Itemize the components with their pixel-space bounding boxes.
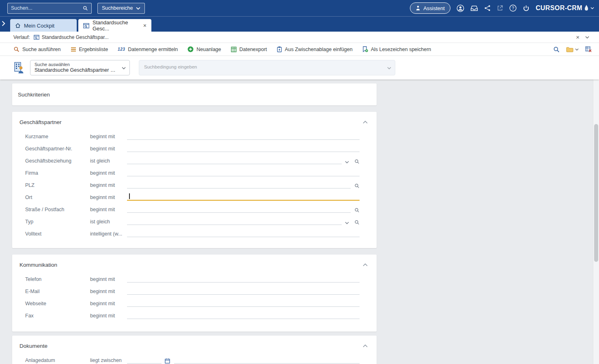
assistant-button[interactable]: Assistent	[410, 2, 450, 14]
criteria-rows: Kurzname beginnt mit Geschäftspartner-Nr…	[12, 130, 377, 240]
value-input[interactable]	[127, 275, 360, 285]
field-label: Webseite	[25, 301, 90, 309]
chevron-down-icon[interactable]	[345, 161, 349, 163]
value-input[interactable]	[127, 181, 360, 191]
plus-circle-icon	[187, 46, 194, 52]
section-header: Kommunikation	[12, 255, 377, 268]
tab-standardsuche[interactable]: Standardsuche Gesc... ×	[78, 19, 151, 32]
value-input[interactable]	[127, 205, 360, 215]
value-input[interactable]	[127, 311, 360, 321]
close-icon[interactable]: ×	[143, 23, 147, 28]
chevron-down-icon[interactable]	[387, 67, 391, 69]
section-geschaeftspartner: Geschäftspartner Kurzname beginnt mit Ge…	[12, 112, 377, 248]
operator-label[interactable]: ist gleich	[90, 219, 127, 227]
close-icon[interactable]: ×	[576, 34, 580, 41]
global-search-input[interactable]: Suchen...	[7, 3, 92, 14]
power-icon[interactable]	[523, 5, 530, 12]
value-input[interactable]	[127, 132, 360, 142]
operator-label[interactable]: beginnt mit	[90, 301, 127, 309]
calendar-icon[interactable]	[165, 358, 170, 364]
operator-label[interactable]: beginnt mit	[90, 146, 127, 154]
window-search-icon	[34, 35, 39, 40]
search-condition-input[interactable]: Suchbedingung eingeben	[139, 60, 395, 75]
chevron-up-icon[interactable]	[363, 345, 368, 347]
criteria-header-panel: Suchkriterien	[12, 84, 377, 105]
value-input[interactable]	[127, 356, 360, 364]
value-input[interactable]	[127, 169, 360, 179]
history-item[interactable]: Standardsuche Geschäftspar...	[34, 34, 109, 40]
vertical-scrollbar[interactable]	[593, 79, 599, 364]
brand-name: CURSOR-CRM	[536, 4, 582, 12]
chevron-up-icon[interactable]	[363, 263, 368, 266]
brand-caret-icon[interactable]	[590, 7, 594, 9]
value-input[interactable]	[127, 299, 360, 309]
help-icon[interactable]: ?	[509, 4, 517, 12]
expand-sidebar-button[interactable]	[2, 21, 5, 26]
account-icon[interactable]	[457, 4, 464, 12]
value-input[interactable]	[127, 287, 360, 297]
value-input-focused[interactable]	[127, 193, 360, 203]
operator-label[interactable]: beginnt mit	[90, 289, 127, 297]
value-input[interactable]	[127, 217, 360, 227]
field-label: Firma	[25, 170, 90, 179]
criteria-row-telefon: Telefon beginnt mit	[12, 273, 377, 285]
field-label: Typ	[25, 219, 90, 227]
result-list-button[interactable]: Ergebnisliste	[71, 47, 108, 52]
lookup-icon[interactable]	[354, 159, 360, 164]
lookup-icon[interactable]	[354, 220, 360, 225]
search-select-combobox[interactable]: Suche auswählen Standardsuche Geschäftsp…	[30, 60, 130, 75]
operator-label[interactable]: beginnt mit	[90, 207, 127, 215]
count-records-button[interactable]: 123 Datenmenge ermitteln	[118, 47, 178, 52]
criteria-row-plz: PLZ beginnt mit	[12, 179, 377, 191]
field-label: Ort	[25, 195, 90, 203]
search-areas-dropdown[interactable]: Suchbereiche	[97, 3, 145, 14]
share-icon[interactable]	[484, 5, 491, 11]
export-table-icon	[231, 47, 237, 52]
operator-label[interactable]: beginnt mit	[90, 170, 127, 179]
field-label: Geschäftspartner-Nr.	[25, 146, 90, 154]
criteria-row-volltext: Volltext intelligent (w...	[12, 227, 377, 240]
value-input[interactable]	[127, 229, 360, 240]
value-input[interactable]	[127, 144, 360, 154]
field-label: Fax	[25, 313, 90, 321]
data-export-button[interactable]: Datenexport	[231, 47, 267, 52]
chevron-down-icon[interactable]	[122, 67, 126, 69]
run-search-button[interactable]: Suche ausführen	[13, 46, 61, 52]
lookup-icon[interactable]	[354, 208, 360, 213]
external-link-icon[interactable]	[497, 5, 503, 11]
operator-label[interactable]: beginnt mit	[90, 195, 127, 203]
field-label: Anlagedatum	[25, 358, 90, 364]
save-bookmark-button[interactable]: Als Lesezeichen speichern	[362, 46, 431, 52]
history-label: Verlauf:	[13, 34, 30, 40]
section-header: Dokumente	[12, 336, 377, 349]
operator-label[interactable]: liegt zwischen	[90, 358, 127, 364]
main-content: Suchkriterien Geschäftspartner Kurzname …	[0, 79, 599, 364]
value-input[interactable]	[127, 156, 360, 167]
count-icon: 123	[118, 47, 125, 51]
operator-label[interactable]: ist gleich	[90, 158, 127, 167]
hide-criteria-icon[interactable]	[585, 46, 592, 52]
paste-clipboard-button[interactable]: Aus Zwischenablage einfügen	[277, 46, 353, 52]
scrollbar-thumb[interactable]	[594, 124, 598, 262]
criteria-title: Suchkriterien	[12, 84, 377, 98]
operator-label[interactable]: intelligent (w...	[90, 231, 127, 240]
chevron-up-icon[interactable]	[363, 121, 368, 124]
criteria-row-firma: Firma beginnt mit	[12, 167, 377, 179]
operator-label[interactable]: beginnt mit	[90, 313, 127, 321]
lookup-icon[interactable]	[354, 183, 360, 188]
search-icon[interactable]	[83, 6, 88, 11]
operator-label[interactable]: beginnt mit	[90, 134, 127, 142]
chevron-down-icon[interactable]	[345, 222, 349, 224]
operator-label[interactable]: beginnt mit	[90, 276, 127, 285]
inbox-icon[interactable]	[470, 5, 478, 11]
operator-label[interactable]: beginnt mit	[90, 182, 127, 191]
data-export-label: Datenexport	[239, 47, 267, 52]
tab-mein-cockpit[interactable]: Mein Cockpit	[10, 19, 77, 32]
new-record-button[interactable]: Neuanlage	[187, 46, 221, 52]
field-label: E-Mail	[25, 289, 90, 297]
saved-searches-folder-button[interactable]	[566, 47, 579, 52]
criteria-row-strasse: Straße / Postfach beginnt mit	[12, 203, 377, 215]
chevron-down-icon[interactable]	[585, 36, 589, 39]
top-bar: Suchen... Suchbereiche Assistent	[0, 0, 599, 16]
search-icon[interactable]	[553, 46, 560, 53]
